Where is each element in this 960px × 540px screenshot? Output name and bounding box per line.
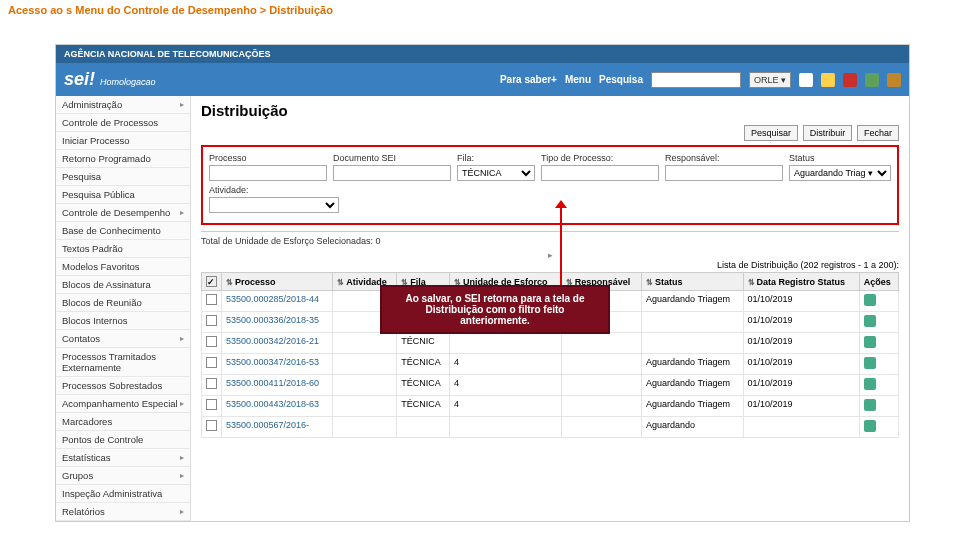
sidebar-item[interactable]: Processos Tramitados Externamente xyxy=(56,348,190,377)
action-icon[interactable] xyxy=(864,315,876,327)
col-data[interactable]: ⇅Data Registro Status xyxy=(743,273,859,291)
processo-link[interactable]: 53500.000443/2018-63 xyxy=(226,399,319,409)
documento-label: Documento SEI xyxy=(333,153,451,163)
filter-panel: Processo Documento SEI Fila:TÉCNICA Tipo… xyxy=(201,145,899,225)
sidebar-item[interactable]: Inspeção Administrativa xyxy=(56,485,190,503)
sidebar-item[interactable]: Retorno Programado xyxy=(56,150,190,168)
action-icon[interactable] xyxy=(864,294,876,306)
sidebar-item[interactable]: Controle de Processos xyxy=(56,114,190,132)
sidebar-item[interactable]: Base de Conhecimento xyxy=(56,222,190,240)
toolbar: Pesquisar Distribuir Fechar xyxy=(201,125,899,141)
sidebar-item[interactable]: Blocos Internos xyxy=(56,312,190,330)
sidebar: Administração▸Controle de ProcessosInici… xyxy=(56,96,191,521)
table-row: 53500.000567/2016-Aguardando xyxy=(202,417,899,438)
sidebar-item[interactable]: Blocos de Reunião xyxy=(56,294,190,312)
annotation-arrow xyxy=(560,205,562,285)
action-icon[interactable] xyxy=(864,357,876,369)
atividade-select[interactable] xyxy=(209,197,339,213)
menu-link[interactable]: Menu xyxy=(565,74,591,85)
sidebar-item[interactable]: Administração▸ xyxy=(56,96,190,114)
tipo-label: Tipo de Processo: xyxy=(541,153,659,163)
sidebar-item[interactable]: Acompanhamento Especial▸ xyxy=(56,395,190,413)
sidebar-item[interactable]: Textos Padrão xyxy=(56,240,190,258)
sidebar-item[interactable]: Pesquisa Pública xyxy=(56,186,190,204)
sidebar-item[interactable]: Marcadores xyxy=(56,413,190,431)
action-icon[interactable] xyxy=(864,399,876,411)
menu-icon[interactable] xyxy=(799,73,813,87)
search-input[interactable] xyxy=(651,72,741,88)
sidebar-item[interactable]: Pontos de Controle xyxy=(56,431,190,449)
row-checkbox[interactable] xyxy=(206,399,217,410)
window-titlebar: AGÊNCIA NACIONAL DE TELECOMUNICAÇÕES xyxy=(56,45,909,63)
fila-select[interactable]: TÉCNICA xyxy=(457,165,535,181)
sidebar-item[interactable]: Modelos Favoritos xyxy=(56,258,190,276)
col-status[interactable]: ⇅Status xyxy=(642,273,743,291)
responsavel-input[interactable] xyxy=(665,165,783,181)
documento-input[interactable] xyxy=(333,165,451,181)
list-count: Lista de Distribuição (202 registros - 1… xyxy=(201,260,899,270)
notes-icon[interactable] xyxy=(821,73,835,87)
processo-label: Processo xyxy=(209,153,327,163)
annotation-callout: Ao salvar, o SEI retorna para a tela de … xyxy=(380,285,610,334)
pesquisa-label: Pesquisa xyxy=(599,74,643,85)
action-icon[interactable] xyxy=(864,336,876,348)
annotation-arrowhead xyxy=(555,200,567,208)
processo-link[interactable]: 53500.000285/2018-44 xyxy=(226,294,319,304)
table-row: 53500.000347/2016-53TÉCNICA4Aguardando T… xyxy=(202,354,899,375)
sidebar-item[interactable]: Relatórios▸ xyxy=(56,503,190,521)
processo-input[interactable] xyxy=(209,165,327,181)
table-row: 53500.000411/2018-60TÉCNICA4Aguardando T… xyxy=(202,375,899,396)
sidebar-item[interactable]: Processos Sobrestados xyxy=(56,377,190,395)
topbar: sei! Homologacao Para saber+ Menu Pesqui… xyxy=(56,63,909,96)
row-checkbox[interactable] xyxy=(206,378,217,389)
breadcrumb: Acesso ao s Menu do Controle de Desempen… xyxy=(0,0,960,20)
row-checkbox[interactable] xyxy=(206,357,217,368)
unit-select[interactable]: ORLE ▾ xyxy=(749,72,791,88)
page-title: Distribuição xyxy=(201,102,899,119)
table-row: 53500.000443/2018-63TÉCNICA4Aguardando T… xyxy=(202,396,899,417)
processo-link[interactable]: 53500.000567/2016- xyxy=(226,420,309,430)
table-row: 53500.000342/2016-21TÉCNIC01/10/2019 xyxy=(202,333,899,354)
col-check[interactable]: ✓ xyxy=(202,273,222,291)
processo-link[interactable]: 53500.000342/2016-21 xyxy=(226,336,319,346)
distribuir-button[interactable]: Distribuir xyxy=(803,125,853,141)
sidebar-item[interactable]: Grupos▸ xyxy=(56,467,190,485)
row-checkbox[interactable] xyxy=(206,294,217,305)
action-icon[interactable] xyxy=(864,378,876,390)
sidebar-item[interactable]: Iniciar Processo xyxy=(56,132,190,150)
fechar-button[interactable]: Fechar xyxy=(857,125,899,141)
para-saber-link[interactable]: Para saber+ xyxy=(500,74,557,85)
processo-link[interactable]: 53500.000411/2018-60 xyxy=(226,378,319,388)
row-checkbox[interactable] xyxy=(206,420,217,431)
processo-link[interactable]: 53500.000347/2016-53 xyxy=(226,357,319,367)
tipo-input[interactable] xyxy=(541,165,659,181)
responsavel-label: Responsável: xyxy=(665,153,783,163)
sidebar-item[interactable]: Contatos▸ xyxy=(56,330,190,348)
atividade-label: Atividade: xyxy=(209,185,339,195)
pesquisar-button[interactable]: Pesquisar xyxy=(744,125,798,141)
total-line: Total de Unidade de Esforço Selecionadas… xyxy=(201,231,899,246)
config-icon[interactable] xyxy=(865,73,879,87)
row-checkbox[interactable] xyxy=(206,315,217,326)
sidebar-item[interactable]: Pesquisa xyxy=(56,168,190,186)
col-processo[interactable]: ⇅Processo xyxy=(222,273,333,291)
fila-label: Fila: xyxy=(457,153,535,163)
action-icon[interactable] xyxy=(864,420,876,432)
col-acoes: Ações xyxy=(859,273,898,291)
logo: sei! Homologacao xyxy=(64,69,156,90)
sidebar-item[interactable]: Blocos de Assinatura xyxy=(56,276,190,294)
sidebar-item[interactable]: Estatísticas▸ xyxy=(56,449,190,467)
user-icon[interactable] xyxy=(843,73,857,87)
row-checkbox[interactable] xyxy=(206,336,217,347)
status-select[interactable]: Aguardando Triag ▾ xyxy=(789,165,891,181)
exit-icon[interactable] xyxy=(887,73,901,87)
app-window: AGÊNCIA NACIONAL DE TELECOMUNICAÇÕES sei… xyxy=(55,44,910,522)
processo-link[interactable]: 53500.000336/2018-35 xyxy=(226,315,319,325)
sidebar-item[interactable]: Controle de Desempenho▸ xyxy=(56,204,190,222)
status-label: Status xyxy=(789,153,891,163)
